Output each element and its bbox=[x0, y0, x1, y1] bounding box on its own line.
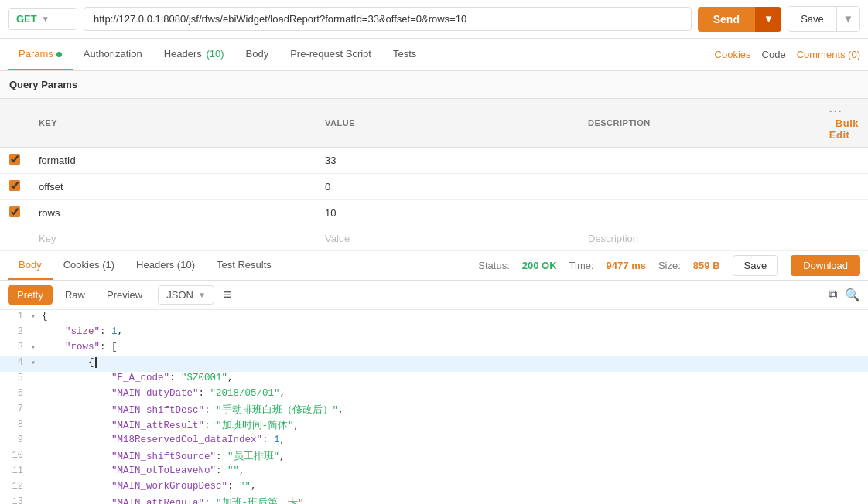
line-arrow bbox=[31, 403, 42, 404]
line-arrow[interactable]: ▾ bbox=[31, 356, 42, 367]
tab-authorization[interactable]: Authorization bbox=[73, 39, 153, 70]
key-cell: rows bbox=[29, 200, 316, 226]
value-placeholder: Value bbox=[316, 226, 579, 251]
row-checkbox[interactable] bbox=[9, 154, 20, 165]
line-number: 11 bbox=[0, 465, 31, 477]
tab-headers[interactable]: Headers (10) bbox=[153, 39, 235, 70]
copy-icon[interactable]: ⧉ bbox=[829, 288, 837, 302]
line-content: "MAIN_workGroupDesc": "", bbox=[42, 480, 868, 492]
tab-tests[interactable]: Tests bbox=[382, 39, 427, 70]
save-button[interactable]: Save bbox=[788, 7, 836, 31]
request-tabs-bar: Params Authorization Headers (10) Body P… bbox=[0, 39, 868, 71]
response-meta: Status: 200 OK Time: 9477 ms Size: 859 B… bbox=[478, 255, 860, 276]
line-arrow[interactable]: ▾ bbox=[31, 341, 42, 352]
line-arrow[interactable]: ▾ bbox=[31, 310, 42, 321]
send-button[interactable]: Send bbox=[698, 7, 755, 32]
line-content: { bbox=[42, 310, 868, 322]
tab-response-headers[interactable]: Headers (10) bbox=[125, 251, 206, 280]
line-number: 10 bbox=[0, 449, 31, 461]
line-number: 5 bbox=[0, 372, 31, 384]
search-icon[interactable]: 🔍 bbox=[845, 288, 860, 302]
method-arrow: ▼ bbox=[42, 15, 50, 23]
line-arrow bbox=[31, 449, 42, 451]
view-tab-preview[interactable]: Preview bbox=[97, 285, 152, 305]
method-label: GET bbox=[16, 13, 37, 25]
tab-body[interactable]: Body bbox=[235, 39, 280, 70]
time-label: Time: bbox=[569, 260, 594, 271]
send-dropdown-button[interactable]: ▼ bbox=[755, 7, 781, 32]
format-arrow: ▼ bbox=[198, 291, 206, 299]
view-tab-raw[interactable]: Raw bbox=[56, 285, 94, 305]
line-number: 4 bbox=[0, 356, 31, 369]
line-number: 3 bbox=[0, 341, 31, 353]
code-line: 9 "M18ReservedCol_dataIndex": 1, bbox=[0, 434, 868, 449]
view-tab-pretty[interactable]: Pretty bbox=[8, 285, 53, 305]
desc-cell bbox=[579, 148, 820, 174]
line-number: 6 bbox=[0, 387, 31, 400]
code-area[interactable]: 1▾{2 "size": 1,3▾ "rows": [4▾ { 5 "E_A_c… bbox=[0, 310, 868, 504]
line-content: "M18ReservedCol_dataIndex": 1, bbox=[42, 434, 868, 446]
line-arrow bbox=[31, 495, 42, 497]
bulk-edit-button[interactable]: Bulk Edit bbox=[829, 117, 859, 141]
cookies-link[interactable]: Cookies bbox=[715, 49, 751, 60]
line-number: 7 bbox=[0, 403, 31, 415]
tab-params[interactable]: Params bbox=[8, 39, 73, 70]
format-label: JSON bbox=[166, 289, 193, 301]
tab-response-body[interactable]: Body bbox=[8, 251, 53, 280]
line-arrow bbox=[31, 480, 42, 482]
send-btn-group: Send ▼ bbox=[698, 7, 781, 32]
code-line: 13 "MAIN_attRegula": "加班-班后第二卡", bbox=[0, 495, 868, 504]
tab-test-results[interactable]: Test Results bbox=[206, 251, 282, 280]
line-content: "MAIN_shiftDesc": "手动排班白班（修改后）", bbox=[42, 403, 868, 417]
col-description: DESCRIPTION bbox=[579, 99, 820, 148]
col-key: KEY bbox=[29, 99, 316, 148]
method-select[interactable]: GET ▼ bbox=[8, 8, 77, 30]
placeholder-row: Key Value Description bbox=[0, 226, 868, 251]
col-more: ··· Bulk Edit bbox=[820, 99, 868, 148]
line-content: "E_A_code": "SZ0001", bbox=[42, 372, 868, 384]
line-content: "MAIN_otToLeaveNo": "", bbox=[42, 465, 868, 477]
key-cell: formatId bbox=[29, 148, 316, 174]
line-arrow bbox=[31, 434, 42, 435]
line-number: 12 bbox=[0, 480, 31, 492]
code-line: 4▾ { bbox=[0, 356, 868, 372]
line-arrow bbox=[31, 418, 42, 420]
more-cell bbox=[820, 174, 868, 200]
line-arrow bbox=[31, 372, 42, 373]
tab-response-cookies[interactable]: Cookies (1) bbox=[53, 251, 125, 280]
tab-pre-request[interactable]: Pre-request Script bbox=[279, 39, 382, 70]
format-select[interactable]: JSON ▼ bbox=[158, 285, 214, 305]
line-arrow bbox=[31, 387, 42, 389]
line-number: 1 bbox=[0, 310, 31, 322]
size-value: 859 B bbox=[693, 260, 720, 271]
desc-cell bbox=[579, 200, 820, 226]
status-value: 200 OK bbox=[522, 260, 557, 271]
check-cell[interactable] bbox=[0, 148, 29, 174]
right-links: Cookies Code Comments (0) bbox=[715, 49, 860, 60]
wrap-icon[interactable]: ≡ bbox=[224, 287, 232, 303]
comments-link[interactable]: Comments (0) bbox=[797, 49, 860, 60]
check-cell[interactable] bbox=[0, 174, 29, 200]
response-save-button[interactable]: Save bbox=[733, 255, 779, 276]
desc-placeholder: Description bbox=[579, 226, 820, 251]
more-dots-icon[interactable]: ··· bbox=[829, 105, 843, 117]
row-checkbox[interactable] bbox=[9, 206, 20, 217]
line-arrow bbox=[31, 465, 42, 466]
line-number: 2 bbox=[0, 325, 31, 338]
row-checkbox[interactable] bbox=[9, 180, 20, 191]
url-input[interactable] bbox=[84, 7, 692, 31]
params-dot bbox=[56, 52, 62, 57]
check-cell[interactable] bbox=[0, 200, 29, 226]
code-link[interactable]: Code bbox=[762, 49, 786, 60]
line-content: "rows": [ bbox=[42, 341, 868, 353]
view-right: ⧉ 🔍 bbox=[829, 288, 860, 302]
code-line: 8 "MAIN_attResult": "加班时间-简体", bbox=[0, 418, 868, 434]
save-dropdown-button[interactable]: ▼ bbox=[836, 7, 859, 31]
code-line: 12 "MAIN_workGroupDesc": "", bbox=[0, 480, 868, 495]
value-cell: 0 bbox=[316, 174, 579, 200]
response-download-button[interactable]: Download bbox=[791, 255, 860, 276]
table-row: offset 0 bbox=[0, 174, 868, 200]
code-line: 3▾ "rows": [ bbox=[0, 341, 868, 356]
line-number: 13 bbox=[0, 495, 31, 504]
line-content: "size": 1, bbox=[42, 325, 868, 338]
